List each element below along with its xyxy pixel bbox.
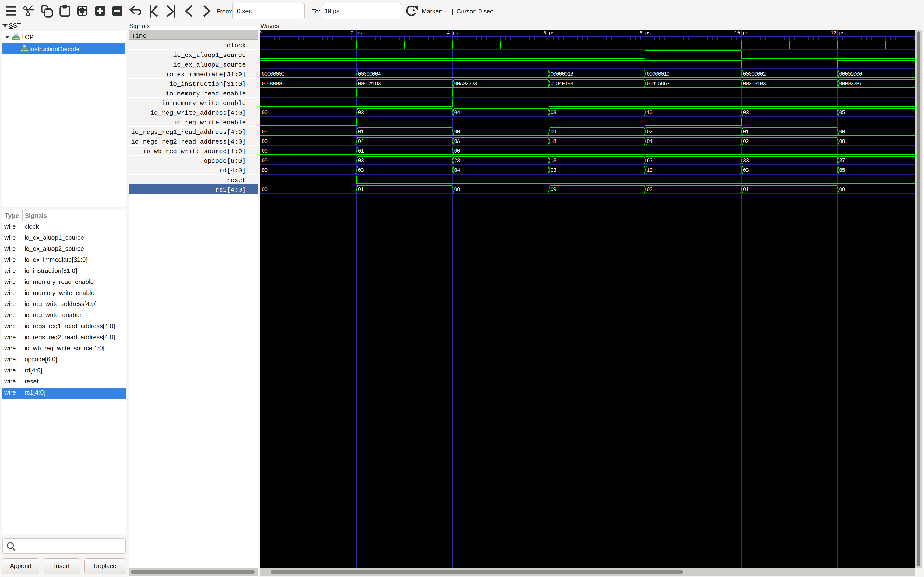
svg-text:00: 00	[262, 139, 268, 145]
svg-text:00: 00	[839, 187, 845, 193]
svg-text:03: 03	[743, 110, 749, 116]
svg-text:03: 03	[358, 110, 364, 116]
svg-text:10 ps: 10 ps	[734, 30, 749, 36]
svg-text:0A: 0A	[454, 139, 460, 145]
svg-text:01: 01	[743, 187, 749, 193]
svg-text:00: 00	[454, 129, 460, 135]
svg-text:33: 33	[743, 158, 749, 164]
svg-text:00: 00	[262, 187, 268, 193]
svg-text:00000002: 00000002	[743, 71, 766, 77]
svg-text:4 ps: 4 ps	[447, 30, 459, 36]
svg-text:00000000: 00000000	[262, 81, 285, 87]
svg-text:02: 02	[646, 187, 653, 193]
svg-text:02: 02	[646, 129, 653, 135]
svg-text:05: 05	[839, 110, 845, 116]
svg-text:03: 03	[358, 158, 364, 164]
svg-text:03: 03	[550, 167, 556, 174]
svg-text:00000010: 00000010	[646, 71, 670, 77]
svg-text:00: 00	[262, 129, 268, 135]
svg-text:00000000: 00000000	[262, 71, 285, 77]
svg-text:03: 03	[358, 167, 364, 174]
svg-text:00: 00	[454, 148, 460, 154]
svg-text:00000018: 00000018	[550, 71, 573, 77]
svg-text:63: 63	[646, 158, 653, 164]
svg-text:00: 00	[454, 187, 460, 193]
svg-text:04: 04	[454, 167, 460, 174]
svg-text:0: 0	[260, 30, 262, 36]
svg-text:03: 03	[550, 110, 556, 116]
svg-text:01: 01	[358, 148, 364, 154]
svg-text:6 ps: 6 ps	[543, 30, 555, 36]
svg-text:18: 18	[550, 139, 556, 145]
svg-text:01: 01	[743, 129, 749, 135]
svg-text:37: 37	[839, 158, 845, 164]
svg-text:8 ps: 8 ps	[640, 30, 651, 36]
svg-text:09: 09	[550, 187, 556, 193]
svg-text:10: 10	[646, 167, 653, 174]
svg-text:00415863: 00415863	[646, 81, 670, 87]
svg-text:01: 01	[358, 187, 364, 193]
svg-text:04: 04	[358, 139, 364, 145]
svg-text:00: 00	[839, 139, 845, 145]
svg-text:00: 00	[262, 148, 268, 154]
svg-text:00A02223: 00A02223	[454, 81, 477, 87]
svg-text:10: 10	[646, 110, 653, 116]
svg-text:04: 04	[646, 139, 653, 145]
svg-text:2 ps: 2 ps	[351, 30, 362, 36]
svg-text:00000004: 00000004	[358, 71, 381, 77]
svg-text:002081B3: 002081B3	[743, 81, 766, 87]
svg-text:02: 02	[743, 139, 749, 145]
svg-text:05: 05	[839, 167, 845, 174]
svg-text:0040A183: 0040A183	[358, 81, 381, 87]
svg-text:13: 13	[550, 158, 556, 164]
svg-text:09: 09	[550, 129, 556, 135]
svg-text:000022B7: 000022B7	[839, 81, 862, 87]
svg-text:00: 00	[262, 110, 268, 116]
svg-text:23: 23	[454, 158, 460, 164]
svg-text:00: 00	[262, 158, 268, 164]
svg-text:03: 03	[743, 167, 749, 174]
svg-text:12 ps: 12 ps	[830, 30, 845, 36]
svg-text:0184F193: 0184F193	[550, 81, 573, 87]
svg-text:04: 04	[454, 110, 460, 116]
svg-text:00: 00	[839, 129, 845, 135]
svg-text:00: 00	[262, 167, 268, 174]
svg-text:01: 01	[358, 129, 364, 135]
svg-text:00002000: 00002000	[839, 71, 862, 77]
